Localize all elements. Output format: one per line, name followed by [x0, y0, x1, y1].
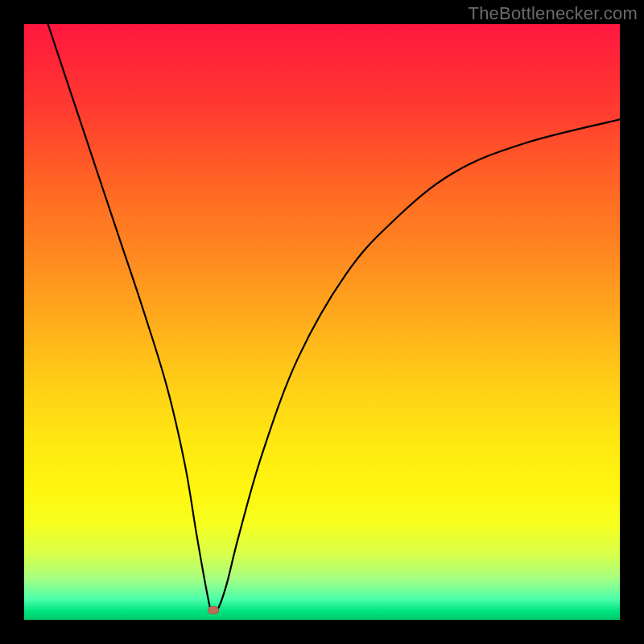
- bottleneck-marker-icon: [208, 606, 219, 614]
- curve-layer: [24, 24, 620, 620]
- bottleneck-curve: [48, 24, 620, 613]
- chart-frame: TheBottlenecker.com: [0, 0, 644, 644]
- watermark-text: TheBottlenecker.com: [469, 3, 638, 24]
- plot-area: [24, 24, 620, 620]
